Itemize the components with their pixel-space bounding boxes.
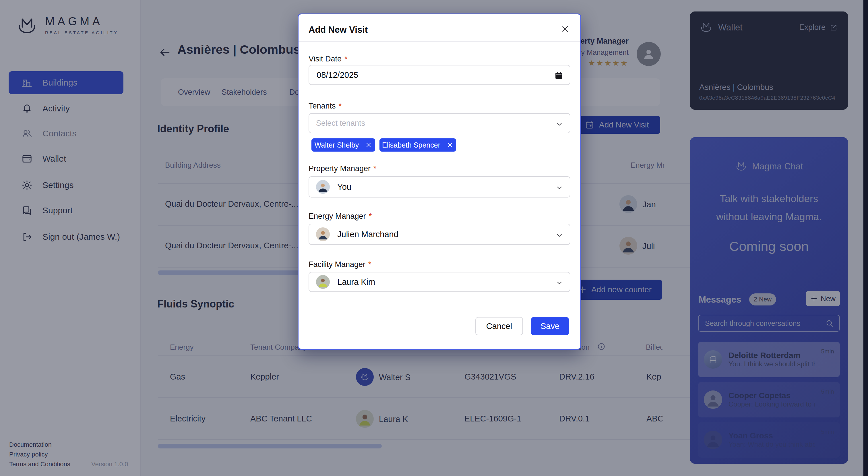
- facility-manager-select[interactable]: Laura Kim: [309, 272, 570, 292]
- required-asterisk: *: [369, 212, 372, 220]
- remove-chip-icon[interactable]: [446, 142, 454, 148]
- facility-manager-avatar: [316, 275, 330, 289]
- window-edge: [863, 0, 868, 476]
- energy-manager-select[interactable]: Julien Marchand: [309, 224, 570, 245]
- visit-date-input[interactable]: [309, 65, 570, 85]
- chevron-down-icon: [555, 120, 563, 128]
- divider: [299, 41, 580, 42]
- tenant-chip: Elisabeth Spencer: [379, 138, 456, 152]
- required-asterisk: *: [373, 164, 377, 173]
- energy-manager-label: Energy Manager*: [309, 212, 372, 221]
- required-asterisk: *: [368, 260, 371, 269]
- property-manager-avatar: [316, 180, 330, 194]
- facility-manager-value: Laura Kim: [337, 277, 375, 287]
- tenants-placeholder: Select tenants: [316, 119, 365, 128]
- visit-date-value[interactable]: [316, 70, 402, 80]
- remove-chip-icon[interactable]: [365, 142, 372, 148]
- facility-manager-label: Facility Manager*: [309, 260, 371, 269]
- required-asterisk: *: [344, 55, 348, 63]
- cancel-button[interactable]: Cancel: [475, 317, 523, 335]
- property-manager-label: Property Manager*: [309, 164, 377, 173]
- required-asterisk: *: [339, 101, 342, 110]
- tenant-chip: Walter Shelby: [311, 138, 375, 152]
- chevron-down-icon: [555, 184, 563, 192]
- visit-date-label: Visit Date*: [309, 55, 348, 63]
- save-button[interactable]: Save: [531, 317, 569, 335]
- property-manager-select[interactable]: You: [309, 176, 570, 198]
- modal-title: Add New Visit: [309, 25, 368, 35]
- energy-manager-avatar: [316, 227, 330, 241]
- calendar-icon[interactable]: [554, 71, 563, 80]
- chevron-down-icon: [555, 279, 563, 287]
- app-window: MAGMA REAL ESTATE AGILITY Buildings Acti…: [0, 0, 868, 476]
- property-manager-value: You: [337, 182, 351, 192]
- tenants-select[interactable]: Select tenants: [309, 113, 570, 133]
- close-icon[interactable]: [560, 24, 570, 34]
- add-new-visit-modal: Add New Visit Visit Date* Tenants* Selec…: [298, 13, 581, 350]
- energy-manager-value: Julien Marchand: [337, 230, 398, 239]
- chevron-down-icon: [555, 231, 563, 239]
- tenants-label: Tenants*: [309, 101, 342, 111]
